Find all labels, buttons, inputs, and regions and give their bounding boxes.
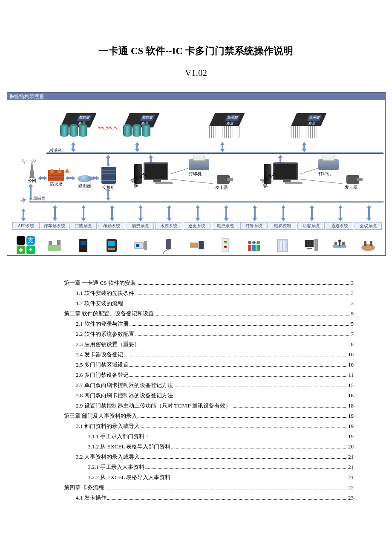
toc-entry-label: 3.1.2 从 EXCEL 表格导入部门资料 <box>88 442 170 452</box>
link-icon <box>29 184 33 201</box>
svg-rect-26 <box>305 240 314 247</box>
svg-rect-1 <box>49 241 52 245</box>
toc-entry[interactable]: 3.2 人事资料的录入或导入21 <box>64 452 354 462</box>
toc-entry-page: 23 <box>348 493 354 503</box>
subsystem-title: 门禁系统 <box>69 222 97 230</box>
toc-entry[interactable]: 第一章 一卡通 CS 软件的安装3 <box>64 278 354 288</box>
toc-entry[interactable]: 2.7 单门双向刷卡控制器的设备登记方法15 <box>64 380 354 390</box>
toc-entry-page: 3 <box>351 288 354 298</box>
svg-rect-7 <box>108 248 115 250</box>
toc-leader-dots <box>155 315 350 315</box>
diagram-header: 系统结构示意图 <box>7 92 385 100</box>
subsystem-icon <box>41 236 68 254</box>
toc-entry-page: 20 <box>348 442 354 452</box>
svg-rect-22 <box>257 245 260 251</box>
heartbeat-link-icon: ∿∿⎯∿∿⎯∿ <box>98 125 121 131</box>
svg-point-34 <box>361 244 375 251</box>
svg-rect-30 <box>334 242 337 245</box>
toc-entry[interactable]: 第三章 部门及人事资料的录入19 <box>64 411 354 421</box>
toc-leader-dots <box>171 448 347 448</box>
svg-rect-15 <box>224 241 227 243</box>
toc-entry-page: 7 <box>351 329 354 339</box>
printer-label: 打印机 <box>189 171 214 177</box>
toc-entry[interactable]: 1.1 软件安装的先决条件3 <box>64 288 354 298</box>
toc-leader-dots <box>174 397 348 397</box>
link-icon <box>253 205 257 221</box>
toc-entry[interactable]: 第四章 卡务流程22 <box>64 483 354 493</box>
subsystem-icon <box>155 236 182 254</box>
subsystem-title: 通道系统 <box>326 222 353 230</box>
link-icon <box>106 155 110 167</box>
toc-leader-dots <box>141 346 350 346</box>
subsystem-item: 巡更系统 <box>184 222 211 254</box>
toc-entry[interactable]: 2.6 多门门禁设备登记11 <box>64 370 354 380</box>
subsystem-title: 消费系统 <box>127 222 154 230</box>
subsystem-item: 消费系统 <box>127 222 154 254</box>
toc-leader-dots <box>138 417 347 418</box>
toc-entry[interactable]: 3.1.1 手工录入部门资料：19 <box>64 431 354 442</box>
lan-label-2: 局域网 <box>33 196 46 202</box>
app-server-2-icon: 应用服务器 <box>288 113 326 143</box>
toc-entry[interactable]: 2.1 软件的登录与注册5 <box>64 319 354 329</box>
subsystem-title: 巡更系统 <box>184 222 211 230</box>
system-architecture-diagram: 系统结构示意图 数据服务器 ∿∿⎯∿∿⎯∿ 数据服务器 应用服务器 应用服务器 … <box>7 92 386 256</box>
toc-entry[interactable]: 2.8 两门双向刷卡控制器的设备登记方法16 <box>64 390 354 401</box>
toc-entry-page: 5 <box>351 309 354 319</box>
card-issuer-icon: 发卡器 <box>345 175 366 191</box>
toc-leader-dots <box>171 479 347 479</box>
toc-entry[interactable]: 3.2.1 手工录入人事资料21 <box>64 462 354 472</box>
subsystem-title: 考勤系统 <box>98 222 125 230</box>
subsystem-title: 水控系统 <box>155 222 182 230</box>
toc-entry[interactable]: 2.3 应用密钥设置（重要）8 <box>64 339 354 350</box>
subsystem-icon <box>297 236 325 254</box>
toc-entry[interactable]: 3.2.2 从 EXCEL 表格导入人事资料21 <box>64 472 354 483</box>
subsystem-title: 订餐系统 <box>240 222 268 230</box>
admin-workstation-2: 管理者电脑 打印机 发卡器 <box>273 162 298 180</box>
link-icon <box>281 205 285 221</box>
toc-entry-label: 2.3 应用密钥设置（重要） <box>76 339 140 350</box>
toc-entry-page: 22 <box>348 483 354 493</box>
subsystem-icon <box>240 236 268 254</box>
svg-rect-10 <box>144 241 147 250</box>
svg-point-17 <box>248 241 251 244</box>
toc-leader-dots <box>174 387 348 387</box>
svg-rect-11 <box>166 239 171 249</box>
svg-point-19 <box>257 241 260 244</box>
svg-rect-4 <box>81 241 86 245</box>
card-issuer-label: 发卡器 <box>345 185 366 191</box>
subsystem-item: 会议系统 <box>355 222 382 254</box>
subsystem-title: 电梯控制 <box>269 222 296 230</box>
svg-point-18 <box>252 241 256 244</box>
toc-entry[interactable]: 3.1 部门资料的录入或导入19 <box>64 421 354 431</box>
link-icon <box>224 205 228 221</box>
toc-entry[interactable]: 4.1 发卡操作23 <box>64 493 354 503</box>
toc-entry-label: 2.4 发卡器设备登记 <box>76 350 123 360</box>
svg-rect-14 <box>222 238 229 252</box>
svg-rect-35 <box>364 241 366 246</box>
subsystem-icon <box>184 236 211 254</box>
toc-entry[interactable]: 1.2 软件安装的流程3 <box>64 298 354 309</box>
toc-entry[interactable]: 2.9 设置门禁控制器主动上传功能（只对 TCP/IP 通讯设备有效）18 <box>64 401 354 411</box>
lan-label-1: 局域网 <box>49 147 62 153</box>
subsystem-title: APP系统 <box>12 222 40 230</box>
subsystem-icon <box>69 236 97 254</box>
toc-entry[interactable]: 2.5 多门门禁区域设置10 <box>64 360 354 370</box>
subsystem-icon: 支◆✦ <box>12 236 40 254</box>
toc-entry[interactable]: 2.2 软件的系统参数配置7 <box>64 329 354 339</box>
toc-entry[interactable]: 2.4 发卡器设备登记10 <box>64 350 354 360</box>
page-version: V1.02 <box>0 58 392 78</box>
database-server-1-icon: 数据服务器 <box>58 113 96 143</box>
card-issuer-label: 发卡器 <box>215 185 236 191</box>
svg-rect-2 <box>57 240 61 245</box>
toc-entry[interactable]: 3.1.2 从 EXCEL 表格导入部门资料20 <box>64 442 354 452</box>
toc-entry-page: 19 <box>348 411 354 421</box>
subsystem-icon <box>326 236 353 254</box>
printer-icon: 打印机 <box>318 159 344 177</box>
toc-entry-page: 15 <box>348 380 354 390</box>
printer-icon: 打印机 <box>189 159 214 177</box>
svg-rect-21 <box>252 245 256 251</box>
toc-entry[interactable]: 第二章 软件的配置、设备登记和设置5 <box>64 309 354 319</box>
link-icon <box>21 208 26 221</box>
subsystem-item: 考勤系统 <box>98 222 125 254</box>
subsystem-title: 访客系统 <box>297 222 325 230</box>
